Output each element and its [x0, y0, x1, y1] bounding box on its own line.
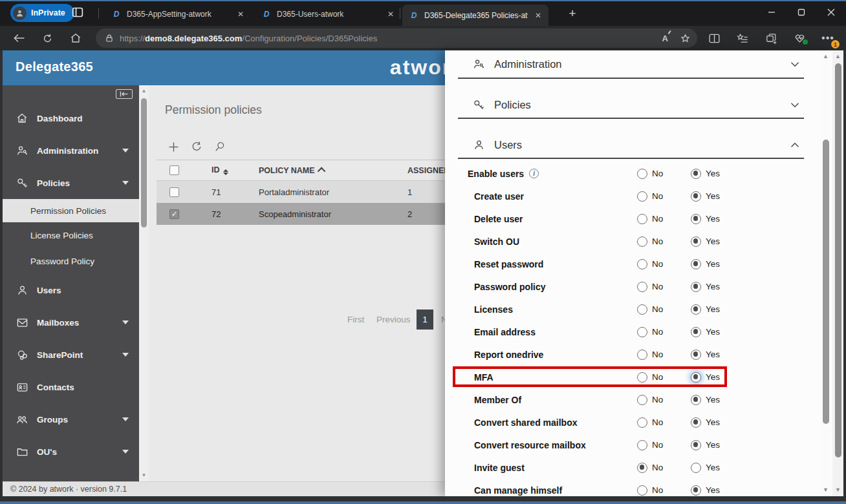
chevron-up-icon[interactable]	[788, 138, 802, 152]
chevron-down-icon[interactable]	[788, 98, 802, 112]
sidebar-item-policies[interactable]: Policies	[3, 167, 139, 199]
radio-button[interactable]	[637, 259, 647, 269]
radio-no-enable-users[interactable]: No	[637, 169, 663, 179]
radio-no-report-onedrive[interactable]: No	[637, 350, 663, 360]
radio-yes-create-user[interactable]: Yes	[691, 191, 720, 202]
browser-tab[interactable]: DD365-Delegate365 Policies-atwork✕	[402, 5, 548, 26]
split-screen-icon[interactable]	[700, 30, 728, 46]
radio-button[interactable]	[637, 463, 647, 473]
search-list-icon[interactable]	[213, 140, 227, 154]
column-header-assigned[interactable]: ASSIGNED	[407, 166, 445, 175]
radio-no-member-of[interactable]: No	[637, 395, 663, 405]
add-policy-icon[interactable]	[166, 140, 180, 154]
radio-yes-member-of[interactable]: Yes	[691, 395, 720, 405]
radio-yes-enable-users[interactable]: Yes	[691, 169, 720, 179]
radio-button[interactable]	[691, 304, 701, 315]
pagination-previous[interactable]: Previous	[376, 315, 411, 324]
page-scroll-up-icon[interactable]: ▲	[832, 52, 843, 61]
radio-button[interactable]	[691, 485, 701, 496]
browser-essentials-icon[interactable]	[785, 30, 814, 46]
radio-yes-report-onedrive[interactable]: Yes	[691, 350, 720, 360]
tab-close-icon[interactable]: ✕	[385, 9, 396, 19]
minimize-button[interactable]	[757, 0, 786, 25]
sidebar-item-mailboxes[interactable]: Mailboxes	[3, 306, 139, 339]
radio-button[interactable]	[691, 463, 701, 473]
sidebar-item-sharepoint[interactable]: SharePoint	[3, 339, 139, 371]
radio-button[interactable]	[637, 372, 647, 383]
content-scrollbar[interactable]: ▲ ▼	[139, 85, 149, 481]
panel-section-administration[interactable]: Administration	[445, 50, 833, 78]
radio-button[interactable]	[691, 236, 701, 247]
radio-no-password-policy[interactable]: No	[637, 282, 663, 292]
favorite-star-icon[interactable]	[680, 33, 691, 44]
radio-button[interactable]	[637, 304, 647, 315]
column-header-id[interactable]: ID	[212, 165, 228, 175]
radio-no-mfa[interactable]: No	[637, 372, 663, 383]
sidebar-item-contacts[interactable]: Contacts	[3, 371, 139, 403]
sidebar-item-ou-s[interactable]: OU's	[3, 436, 139, 468]
radio-button[interactable]	[637, 282, 647, 292]
table-row[interactable]: ✓72Scopeadministrator2	[157, 203, 445, 225]
sidebar-item-dashboard[interactable]: Dashboard	[3, 102, 139, 134]
radio-button[interactable]	[637, 169, 647, 179]
page-scroll-down-icon[interactable]: ▼	[832, 485, 843, 495]
panel-section-policies[interactable]: Policies	[445, 92, 833, 118]
radio-no-reset-password[interactable]: No	[637, 259, 663, 269]
chevron-down-icon[interactable]	[788, 57, 802, 71]
panel-scrollbar-thumb[interactable]	[823, 140, 829, 424]
radio-button[interactable]	[637, 350, 647, 360]
radio-no-can-manage-himself[interactable]: No	[637, 485, 663, 496]
info-icon[interactable]: i	[529, 169, 539, 178]
page-scrollbar[interactable]: ▲ ▼	[832, 50, 843, 496]
radio-button[interactable]	[691, 417, 701, 428]
settings-more-icon[interactable]: ••• 1	[814, 30, 842, 46]
select-all-checkbox[interactable]	[169, 165, 179, 175]
radio-button[interactable]	[637, 417, 647, 428]
inprivate-badge[interactable]: InPrivate	[10, 4, 74, 22]
radio-button[interactable]	[691, 350, 701, 360]
radio-button[interactable]	[637, 191, 647, 202]
back-button[interactable]	[10, 30, 27, 46]
radio-yes-convert-shared-mailbox[interactable]: Yes	[691, 417, 720, 428]
radio-no-licenses[interactable]: No	[637, 304, 663, 315]
radio-yes-reset-password[interactable]: Yes	[691, 259, 720, 269]
panel-scrollbar[interactable]: ▲ ▼	[820, 50, 831, 496]
radio-button[interactable]	[691, 327, 701, 337]
radio-no-email-address[interactable]: No	[637, 327, 663, 337]
panel-section-users[interactable]: Users	[445, 132, 833, 158]
radio-button[interactable]	[691, 395, 701, 405]
radio-yes-convert-resource-mailbox[interactable]: Yes	[691, 440, 720, 450]
sidebar-item-license-policies[interactable]: License Policies	[3, 222, 139, 248]
row-checkbox[interactable]	[169, 187, 179, 197]
radio-button[interactable]	[637, 236, 647, 247]
browser-tab[interactable]: DD365-AppSetting-atwork✕	[105, 5, 251, 24]
scroll-down-icon[interactable]: ▼	[139, 471, 149, 480]
radio-no-create-user[interactable]: No	[637, 191, 663, 202]
radio-button[interactable]	[691, 440, 701, 450]
radio-no-switch-ou[interactable]: No	[637, 236, 663, 247]
panel-scroll-up-icon[interactable]: ▲	[820, 52, 831, 61]
column-header-policy-name[interactable]: POLICY NAME	[259, 166, 325, 175]
radio-yes-mfa[interactable]: Yes	[691, 372, 720, 383]
sidebar-item-administration[interactable]: Administration	[3, 134, 139, 167]
radio-button[interactable]	[691, 191, 701, 202]
radio-button[interactable]	[691, 259, 701, 269]
sidebar-item-password-policy[interactable]: Password Policy	[3, 248, 139, 274]
table-row[interactable]: 71Portaladministrator1	[157, 181, 445, 203]
new-tab-button[interactable]: +	[564, 6, 581, 21]
radio-button[interactable]	[691, 282, 701, 292]
close-window-button[interactable]	[816, 0, 846, 25]
radio-button[interactable]	[691, 169, 701, 179]
radio-yes-switch-ou[interactable]: Yes	[691, 236, 720, 247]
radio-button[interactable]	[691, 372, 701, 383]
radio-yes-licenses[interactable]: Yes	[691, 304, 720, 315]
radio-button[interactable]	[637, 395, 647, 405]
radio-yes-delete-user[interactable]: Yes	[691, 214, 720, 224]
radio-no-delete-user[interactable]: No	[637, 214, 663, 224]
row-checkbox[interactable]: ✓	[169, 209, 179, 219]
pagination-current-page[interactable]: 1	[417, 310, 433, 330]
scrollbar-thumb[interactable]	[141, 98, 147, 227]
home-button[interactable]	[67, 30, 84, 46]
radio-no-convert-shared-mailbox[interactable]: No	[637, 417, 663, 428]
favorites-hub-icon[interactable]	[728, 30, 757, 46]
